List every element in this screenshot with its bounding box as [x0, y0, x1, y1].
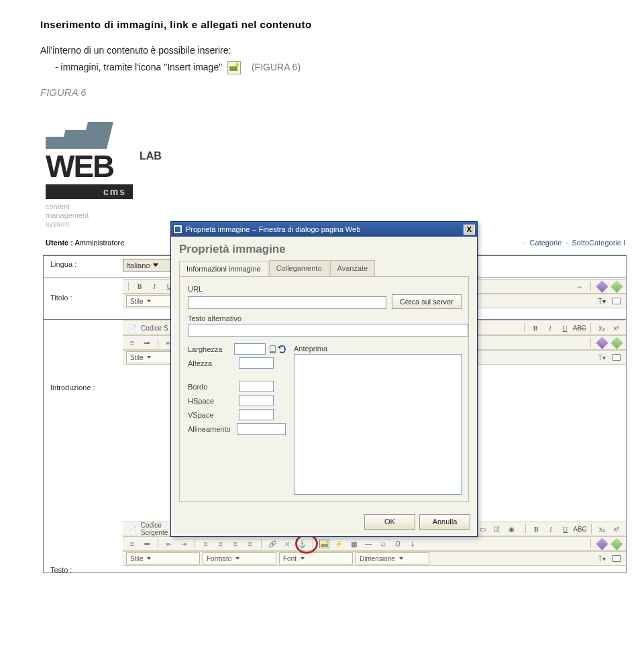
- italic-icon-2[interactable]: I: [544, 322, 556, 334]
- user-value: Amministratore: [74, 239, 124, 247]
- source-label: Codice S: [141, 324, 168, 332]
- textcolor-icon-3[interactable]: T▾: [596, 552, 608, 564]
- cube-green-icon[interactable]: [610, 280, 623, 292]
- insert-image-btn[interactable]: [318, 538, 330, 550]
- testo-toolbar-2: ≡ ≔ ⇤ ⇥ ≡ ≡ ≡ ≡ 🔗 ⤫ ⚓ ⚡: [123, 536, 626, 551]
- outdent-icon-2[interactable]: ⇤: [163, 538, 175, 550]
- italic-icon[interactable]: I: [148, 280, 160, 292]
- superscript-icon-2[interactable]: x²: [610, 523, 623, 535]
- link-icon[interactable]: 🔗: [266, 538, 278, 550]
- bold-icon-2[interactable]: B: [529, 322, 541, 334]
- input-hspace[interactable]: [239, 395, 274, 406]
- dd-font[interactable]: Font: [279, 552, 353, 564]
- insert-image-icon: [227, 61, 241, 74]
- select-lingua-value: Italiano: [126, 261, 150, 269]
- ul-icon-2[interactable]: ≔: [141, 538, 153, 550]
- label-bordo: Bordo: [188, 383, 239, 391]
- ok-button[interactable]: OK: [364, 514, 415, 530]
- fit-width-icon[interactable]: ↔: [574, 280, 586, 292]
- select-allineamento[interactable]: [237, 423, 286, 435]
- align-left-icon[interactable]: ≡: [200, 538, 212, 550]
- underline-icon-3[interactable]: U: [559, 523, 572, 535]
- textcolor-icon-2[interactable]: T▾: [596, 351, 608, 363]
- doc-paragraph: All'interno di un contenuto è possibile …: [40, 45, 604, 56]
- flash-icon[interactable]: ⚡: [333, 538, 345, 550]
- checkbox-icon[interactable]: ☑: [491, 523, 503, 535]
- bgcolor-icon-3[interactable]: [610, 552, 623, 564]
- doc-bullet: - immagini, tramite l'icona "Insert imag…: [55, 61, 604, 74]
- browse-server-button[interactable]: Cerca sul server: [392, 294, 462, 309]
- user-label: Utente :: [46, 239, 73, 247]
- label-allineamento: Allineamento: [188, 425, 237, 433]
- app-logo: WEB LAB cms content management system: [46, 114, 180, 185]
- align-center-icon[interactable]: ≡: [215, 538, 227, 550]
- tab-link[interactable]: Collegamento: [269, 260, 329, 276]
- dd-dimensione[interactable]: Dimensione: [356, 552, 429, 564]
- label-vspace: VSpace: [188, 411, 239, 419]
- figure-ref: (FIGURA 6): [252, 62, 301, 72]
- dialog-app-icon: [173, 225, 182, 234]
- input-alt[interactable]: [188, 324, 468, 337]
- align-right-icon[interactable]: ≡: [229, 538, 241, 550]
- bgcolor-icon[interactable]: [610, 295, 623, 307]
- input-altezza[interactable]: [239, 357, 274, 369]
- source-icon-2[interactable]: 📄: [126, 523, 138, 535]
- tagline-2: management: [46, 211, 89, 220]
- tab-advanced[interactable]: Avanzate: [330, 260, 376, 276]
- dd-formato[interactable]: Formato: [203, 552, 276, 564]
- logo-cms: cms: [46, 184, 133, 199]
- form-icon[interactable]: ▭: [476, 523, 488, 535]
- cancel-button[interactable]: Annulla: [419, 514, 470, 530]
- input-vspace[interactable]: [239, 409, 274, 420]
- bold-icon-3[interactable]: B: [530, 523, 542, 535]
- close-icon[interactable]: X: [464, 225, 475, 235]
- select-lingua[interactable]: Italiano: [123, 259, 171, 272]
- dd-stile-3[interactable]: Stile: [126, 552, 200, 564]
- label-lingua: Lingua :: [50, 260, 76, 268]
- strike-icon[interactable]: ABC: [574, 322, 586, 334]
- cube-icon-2[interactable]: [596, 337, 608, 349]
- bgcolor-icon-2[interactable]: [610, 351, 623, 363]
- bold-icon[interactable]: B: [133, 280, 146, 292]
- label-larghezza: Larghezza: [188, 345, 234, 353]
- cube-icon[interactable]: [596, 280, 608, 292]
- input-bordo[interactable]: [239, 381, 274, 392]
- underline-icon-2[interactable]: U: [559, 322, 571, 334]
- align-justify-icon[interactable]: ≡: [244, 538, 256, 550]
- lock-icon[interactable]: [270, 345, 276, 353]
- subscript-icon[interactable]: x₂: [596, 322, 608, 334]
- italic-icon-3[interactable]: I: [545, 523, 557, 535]
- cube-green-icon-3[interactable]: [610, 538, 623, 550]
- hr-icon[interactable]: —: [362, 538, 374, 550]
- subscript-icon-2[interactable]: x₂: [596, 523, 608, 535]
- table-icon[interactable]: ▦: [347, 538, 360, 550]
- strike-icon-2[interactable]: ABC: [574, 523, 586, 535]
- dialog-heading: Proprietà immagine: [179, 243, 469, 255]
- smiley-icon[interactable]: ☺: [377, 538, 389, 550]
- input-larghezza[interactable]: [234, 343, 266, 355]
- link-sottocategorie[interactable]: SottoCategorie: [572, 239, 621, 247]
- cube-icon-3[interactable]: [596, 538, 608, 550]
- link-categorie[interactable]: Categorie: [530, 239, 562, 247]
- cube-green-icon-2[interactable]: [610, 337, 623, 349]
- dialog-titlebar[interactable]: Proprietà immagine -- Finestra di dialog…: [171, 222, 477, 237]
- pagebreak-icon[interactable]: ⤓: [407, 538, 419, 550]
- reset-size-icon[interactable]: [278, 345, 286, 353]
- figure-label: FIGURA 6: [40, 86, 604, 98]
- radio-icon[interactable]: ◉: [506, 523, 518, 535]
- textcolor-icon[interactable]: T▾: [596, 295, 608, 307]
- superscript-icon[interactable]: x²: [610, 322, 623, 334]
- indent-icon[interactable]: ⇥: [178, 538, 190, 550]
- anchor-icon[interactable]: ⚓: [296, 538, 308, 550]
- ul-icon[interactable]: ≔: [141, 337, 153, 349]
- ol-icon[interactable]: ≡: [126, 337, 138, 349]
- input-url[interactable]: [188, 296, 386, 309]
- special-char-icon[interactable]: Ω: [392, 538, 404, 550]
- unlink-icon[interactable]: ⤫: [281, 538, 293, 550]
- label-hspace: HSpace: [188, 397, 239, 405]
- svg-text:WEB: WEB: [46, 149, 114, 184]
- ol-icon-2[interactable]: ≡: [126, 538, 138, 550]
- source-icon[interactable]: 📄: [126, 322, 138, 334]
- tab-info[interactable]: Informazioni immagine: [179, 261, 268, 277]
- logo-tagline: content management system: [46, 202, 89, 229]
